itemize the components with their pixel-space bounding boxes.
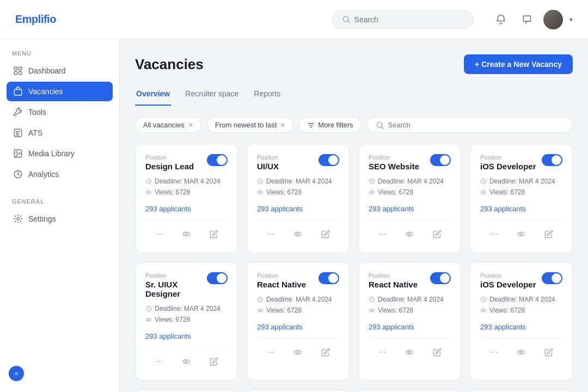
applicants-link[interactable]: 293 applicants [480,323,526,331]
sidebar-item-ats[interactable]: ATS [7,123,113,143]
applicants-link[interactable]: 293 applicants [257,205,303,213]
vacancies-icon [13,87,23,96]
all-vacancies-filter[interactable]: All vacancies ✕ [135,117,201,133]
more-options-button[interactable] [484,228,504,243]
messages-button[interactable] [517,10,537,29]
applicants-link[interactable]: 293 applicants [145,205,191,213]
sidebar-item-settings[interactable]: Settings [7,209,113,229]
user-menu-chevron[interactable]: ▾ [569,16,573,23]
more-filters-button[interactable]: More filters [299,117,361,133]
svg-point-42 [481,191,486,194]
preview-button[interactable] [176,355,196,370]
applicants-link[interactable]: 293 applicants [480,205,526,213]
vacancy-toggle[interactable] [318,272,339,284]
applicants-link[interactable]: 293 applicants [369,205,414,213]
deadline-label: Deadline: MAR 4 2024 [378,177,444,185]
edit-button[interactable] [427,346,447,361]
applicants-link[interactable]: 293 applicants [257,323,303,331]
dots-icon [155,230,163,238]
edit-button[interactable] [204,228,224,243]
tab-reports[interactable]: Reports [253,85,281,106]
chat-icon [522,14,532,25]
edit-button[interactable] [427,228,447,243]
vacancy-toggle[interactable] [318,154,339,166]
app-wrapper: Emplifio ▾ [0,0,588,392]
avatar[interactable] [543,10,563,29]
views-meta: Views: 6728 [480,188,562,196]
eye-icon [145,316,152,323]
notifications-button[interactable] [491,10,511,29]
more-options-button[interactable] [261,228,280,243]
more-options-button[interactable] [261,346,280,361]
tab-overview[interactable]: Overview [135,85,171,106]
all-vacancies-close-icon[interactable]: ✕ [188,121,193,129]
create-vacancy-button[interactable]: + Create a New Vacancy [464,54,573,74]
preview-button[interactable] [176,228,196,243]
position-label: Position [369,272,418,279]
svg-point-72 [409,351,411,353]
edit-button[interactable] [204,355,224,370]
preview-button[interactable] [288,346,308,361]
edit-icon [544,230,553,238]
vacancy-toggle[interactable] [430,272,451,284]
preview-button[interactable] [511,346,531,361]
menu-section-label: MENU [7,50,113,57]
position-label: Position [369,154,419,161]
sidebar-item-tools[interactable]: Tools [7,102,113,122]
views-meta: Views: 6728 [257,188,339,196]
svg-point-71 [406,351,413,354]
vacancy-toggle[interactable] [207,154,228,166]
svg-point-30 [273,234,274,235]
tab-recruiter-space[interactable]: Recruiter space [184,85,240,106]
position-label: Position [257,272,306,279]
preview-button[interactable] [400,228,419,243]
vacancies-search-bar[interactable] [367,117,573,133]
svg-point-32 [297,233,299,235]
sidebar-item-vacancies[interactable]: Vacancies [7,82,113,101]
sort-close-icon[interactable]: ✕ [280,121,285,129]
topbar-icons: ▾ [491,10,573,29]
sidebar-item-dashboard[interactable]: Dashboard [7,61,113,81]
preview-button[interactable] [288,228,308,243]
sort-filter[interactable]: From newest to last ✕ [207,117,293,133]
deadline-label: Deadline: MAR 4 2024 [378,296,444,303]
more-options-button[interactable] [149,228,169,243]
edit-button[interactable] [539,346,559,361]
position-label: Position [145,154,194,161]
vacancy-toggle[interactable] [542,272,562,284]
svg-point-18 [146,191,151,194]
svg-point-66 [370,309,375,312]
svg-point-23 [183,232,189,236]
search-filter-icon [376,121,384,129]
more-options-button[interactable] [149,355,169,370]
preview-button[interactable] [511,228,531,243]
edit-button[interactable] [316,228,335,243]
applicants-link[interactable]: 293 applicants [145,332,191,340]
vacancy-toggle[interactable] [542,154,562,166]
vacancy-toggle[interactable] [207,272,228,284]
card-header: Position React Native [369,272,451,289]
sidebar-collapse-button[interactable]: « [9,366,24,381]
tabs-bar: Overview Recruiter space Reports [135,85,573,106]
applicants-link[interactable]: 293 applicants [369,323,414,331]
global-search-input[interactable] [354,15,463,24]
global-search-bar[interactable] [332,10,474,29]
edit-button[interactable] [316,346,335,361]
preview-button[interactable] [400,346,419,361]
deadline-icon [480,296,487,303]
vacancies-search-input[interactable] [388,121,564,129]
vacancy-card: Position UI/UX Deadline: MAR 4 2024 View… [247,144,350,253]
svg-point-64 [297,351,299,353]
deadline-meta: Deadline: MAR 4 2024 [257,177,339,185]
edit-icon [433,348,442,357]
more-options-button[interactable] [484,346,504,361]
vacancy-title: React Native [257,280,306,289]
card-header: Position Sr. UIUX Designer [145,272,228,298]
edit-button[interactable] [539,228,559,243]
card-actions [369,220,451,243]
more-options-button[interactable] [372,228,392,243]
vacancy-toggle[interactable] [430,154,451,166]
more-options-button[interactable] [372,346,392,361]
sidebar-item-media-library[interactable]: Media Library [7,144,113,163]
sidebar-item-analytics[interactable]: Analytics [7,164,113,184]
